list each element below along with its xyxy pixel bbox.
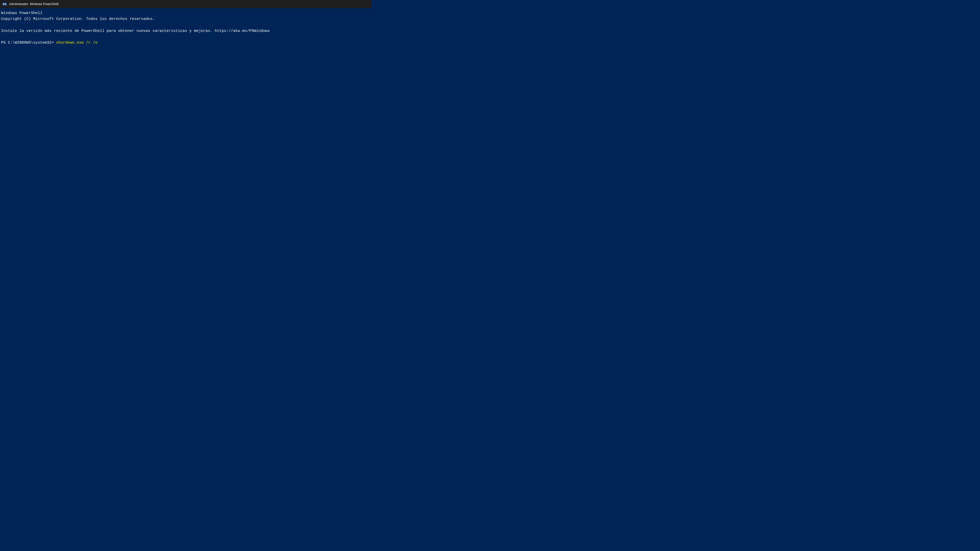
svg-text:PS: PS bbox=[3, 3, 6, 6]
powershell-icon: PS bbox=[3, 2, 7, 6]
powershell-window: PS Administrador: Windows PowerShell Win… bbox=[0, 0, 372, 208]
prompt-path: PS C:\WINDOWS\system32> bbox=[1, 40, 56, 46]
terminal-empty-1 bbox=[1, 22, 371, 28]
terminal-line-1: Windows PowerShell bbox=[1, 10, 371, 16]
title-bar-text: Administrador: Windows PowerShell bbox=[9, 2, 59, 6]
terminal-line-2: Copyright (C) Microsoft Corporation. Tod… bbox=[1, 16, 371, 22]
terminal-prompt-line: PS C:\WINDOWS\system32> shurdown.exe /r … bbox=[1, 40, 371, 46]
command-text: shurdown.exe /r /o bbox=[56, 40, 97, 46]
terminal-body[interactable]: Windows PowerShell Copyright (C) Microso… bbox=[0, 8, 372, 208]
terminal-line-3: Instale la versión más reciente de Power… bbox=[1, 28, 371, 34]
title-bar[interactable]: PS Administrador: Windows PowerShell bbox=[0, 0, 372, 8]
terminal-empty-2 bbox=[1, 34, 371, 40]
